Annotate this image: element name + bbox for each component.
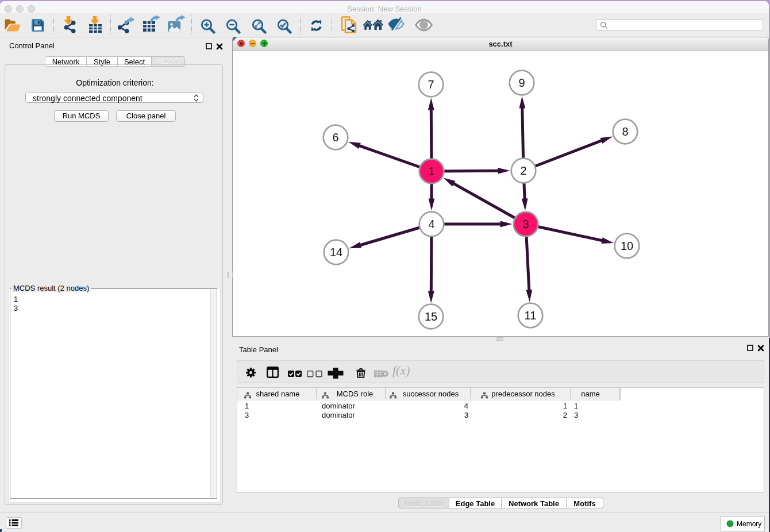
svg-text:6: 6 xyxy=(332,131,338,144)
svg-text:3: 3 xyxy=(522,218,529,230)
svg-text:14: 14 xyxy=(330,246,342,259)
svg-text:7: 7 xyxy=(428,78,434,91)
svg-text:4: 4 xyxy=(428,218,434,230)
svg-text:2: 2 xyxy=(520,164,526,177)
svg-text:8: 8 xyxy=(622,125,628,138)
svg-text:15: 15 xyxy=(425,310,437,323)
svg-text:1: 1 xyxy=(428,165,434,178)
svg-text:10: 10 xyxy=(621,240,633,252)
svg-text:9: 9 xyxy=(518,76,525,89)
svg-text:11: 11 xyxy=(525,309,537,322)
